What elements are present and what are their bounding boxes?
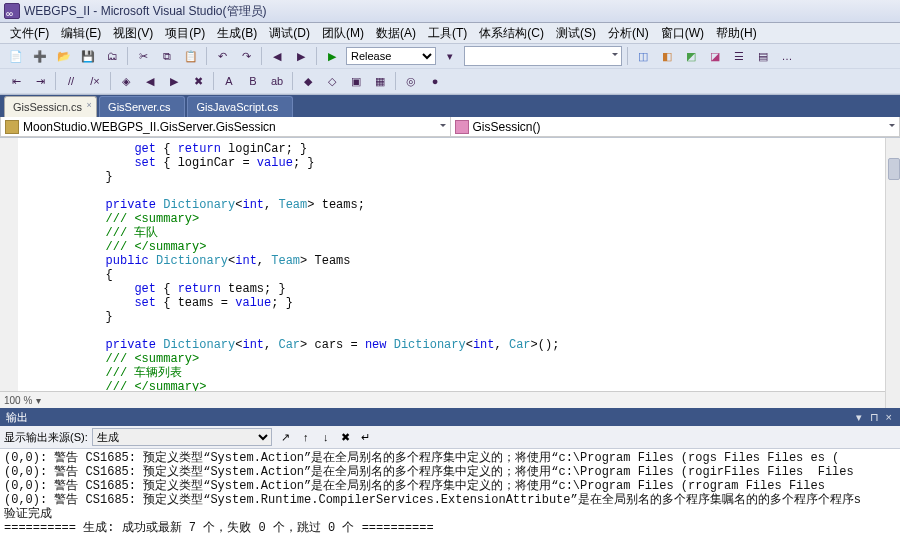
save-button[interactable]: 💾 (77, 45, 99, 67)
toolbar-row-1: 📄 ➕ 📂 💾 🗂 ✂ ⧉ 📋 ↶ ↷ ◀ ▶ ▶ Release ▾ ◫ ◧ … (0, 44, 900, 69)
class-icon (5, 120, 19, 134)
misc-4[interactable]: ▦ (369, 70, 391, 92)
text-tool-a[interactable]: A (218, 70, 240, 92)
menu-item[interactable]: 体系结构(C) (473, 26, 550, 40)
member-selector-text: GisSessicn() (473, 120, 541, 134)
menu-item[interactable]: 团队(M) (316, 26, 370, 40)
menu-item[interactable]: 项目(P) (159, 26, 211, 40)
output-source-label: 显示输出来源(S): (4, 430, 88, 445)
class-selector[interactable]: MoonStudio.WEBGPS_II.GisServer.GisSessic… (0, 117, 450, 137)
class-view-button[interactable]: ◪ (704, 45, 726, 67)
document-tab[interactable]: GisJavaScript.cs (187, 96, 293, 117)
document-tabs: GisSessicn.cs×GisServer.csGisJavaScript.… (0, 95, 900, 117)
menu-item[interactable]: 帮助(H) (710, 26, 763, 40)
zoom-dropdown-icon[interactable]: ▾ (36, 395, 41, 406)
menu-item[interactable]: 工具(T) (422, 26, 473, 40)
method-icon (455, 120, 469, 134)
output-source-select[interactable]: 生成 (92, 428, 272, 446)
misc-6[interactable]: ● (424, 70, 446, 92)
new-project-button[interactable]: 📄 (5, 45, 27, 67)
undo-button[interactable]: ↶ (211, 45, 233, 67)
output-goto-button[interactable]: ↗ (276, 431, 296, 444)
code-editor[interactable]: get { return loginCar; } set { loginCar … (0, 138, 900, 391)
editor-footer: 100 % ▾ ◀ (0, 391, 900, 408)
vertical-scrollbar[interactable] (885, 138, 900, 408)
paste-button[interactable]: 📋 (180, 45, 202, 67)
close-tab-icon[interactable]: × (84, 100, 94, 110)
properties-button[interactable]: ◧ (656, 45, 678, 67)
cut-button[interactable]: ✂ (132, 45, 154, 67)
more-button[interactable]: … (776, 45, 798, 67)
vs-logo-icon (4, 3, 20, 19)
misc-5[interactable]: ◎ (400, 70, 422, 92)
menu-item[interactable]: 生成(B) (211, 26, 263, 40)
document-tab[interactable]: GisSessicn.cs× (4, 96, 97, 117)
class-selector-text: MoonStudio.WEBGPS_II.GisServer.GisSessic… (23, 120, 276, 134)
menu-item[interactable]: 调试(D) (263, 26, 316, 40)
indent-more-button[interactable]: ⇥ (29, 70, 51, 92)
separator (395, 72, 396, 90)
nav-forward-button[interactable]: ▶ (290, 45, 312, 67)
bookmark-prev-button[interactable]: ◀ (139, 70, 161, 92)
menu-item[interactable]: 分析(N) (602, 26, 655, 40)
bookmark-clear-button[interactable]: ✖ (187, 70, 209, 92)
indent-less-button[interactable]: ⇤ (5, 70, 27, 92)
open-button[interactable]: 📂 (53, 45, 75, 67)
output-toolbar: 显示输出来源(S): 生成 ↗ ↑ ↓ ✖ ↵ (0, 426, 900, 449)
toolbars: 📄 ➕ 📂 💾 🗂 ✂ ⧉ 📋 ↶ ↷ ◀ ▶ ▶ Release ▾ ◫ ◧ … (0, 44, 900, 95)
bookmark-next-button[interactable]: ▶ (163, 70, 185, 92)
separator (213, 72, 214, 90)
output-next-button[interactable]: ↓ (316, 431, 336, 443)
misc-2[interactable]: ◇ (321, 70, 343, 92)
menu-item[interactable]: 文件(F) (4, 26, 55, 40)
separator (292, 72, 293, 90)
menu-item[interactable]: 数据(A) (370, 26, 422, 40)
separator (110, 72, 111, 90)
separator (627, 47, 628, 65)
editor-area: get { return loginCar; } set { loginCar … (0, 138, 900, 408)
comment-button[interactable]: // (60, 70, 82, 92)
nav-back-button[interactable]: ◀ (266, 45, 288, 67)
menu-item[interactable]: 窗口(W) (655, 26, 710, 40)
menu-bar: 文件(F)编辑(E)视图(V)项目(P)生成(B)调试(D)团队(M)数据(A)… (0, 23, 900, 44)
separator (206, 47, 207, 65)
platform-button[interactable]: ▾ (439, 45, 461, 67)
add-item-button[interactable]: ➕ (29, 45, 51, 67)
uncomment-button[interactable]: /× (84, 70, 106, 92)
menu-item[interactable]: 编辑(E) (55, 26, 107, 40)
toolbar-row-2: ⇤ ⇥ // /× ◈ ◀ ▶ ✖ A B ab ◆ ◇ ▣ ▦ ◎ ● (0, 69, 900, 94)
separator (316, 47, 317, 65)
solution-explorer-button[interactable]: ◫ (632, 45, 654, 67)
menu-item[interactable]: 视图(V) (107, 26, 159, 40)
output-window-button[interactable]: ▤ (752, 45, 774, 67)
misc-3[interactable]: ▣ (345, 70, 367, 92)
redo-button[interactable]: ↷ (235, 45, 257, 67)
config-select[interactable]: Release (346, 47, 436, 65)
save-all-button[interactable]: 🗂 (101, 45, 123, 67)
output-panel-buttons[interactable]: ▾ ⊓ × (856, 408, 894, 426)
scrollbar-thumb[interactable] (888, 158, 900, 180)
separator (55, 72, 56, 90)
bookmark-toggle-button[interactable]: ◈ (115, 70, 137, 92)
document-tab[interactable]: GisServer.cs (99, 96, 185, 117)
menu-item[interactable]: 测试(S) (550, 26, 602, 40)
code-nav-bar: MoonStudio.WEBGPS_II.GisServer.GisSessic… (0, 117, 900, 138)
text-tool-b[interactable]: B (242, 70, 264, 92)
output-panel-titlebar: 输出 ▾ ⊓ × (0, 408, 900, 426)
output-prev-button[interactable]: ↑ (296, 431, 316, 443)
member-selector[interactable]: GisSessicn() (450, 117, 901, 137)
copy-button[interactable]: ⧉ (156, 45, 178, 67)
text-tool-c[interactable]: ab (266, 70, 288, 92)
output-wrap-button[interactable]: ↵ (356, 431, 376, 444)
output-text[interactable]: (0,0): 警告 CS1685: 预定义类型“System.Action”是在… (0, 449, 900, 540)
server-explorer-button[interactable]: ☰ (728, 45, 750, 67)
find-combo[interactable] (464, 46, 622, 66)
output-clear-button[interactable]: ✖ (336, 431, 356, 444)
start-debug-button[interactable]: ▶ (321, 45, 343, 67)
separator (127, 47, 128, 65)
zoom-level[interactable]: 100 % (4, 395, 32, 406)
toolbox-button[interactable]: ◩ (680, 45, 702, 67)
separator (261, 47, 262, 65)
output-panel-title: 输出 (6, 408, 28, 426)
misc-1[interactable]: ◆ (297, 70, 319, 92)
